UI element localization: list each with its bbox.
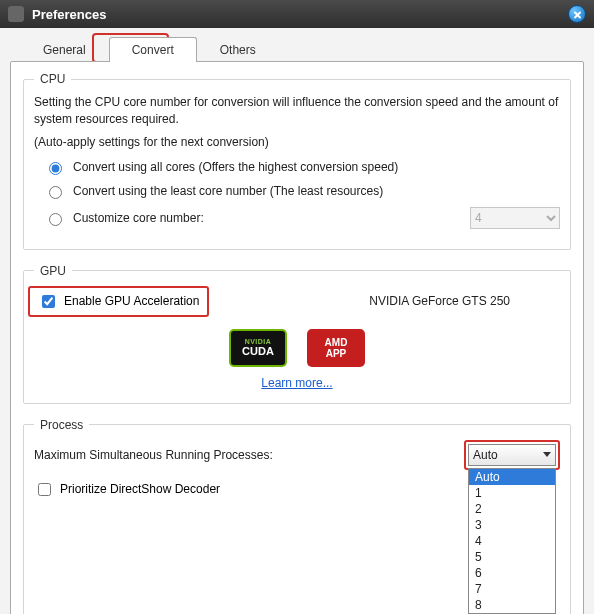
tab-convert[interactable]: Convert	[109, 37, 197, 62]
max-processes-dropdown: Auto 1 2 3 4 5 6 7 8	[468, 468, 556, 614]
dropdown-item-6[interactable]: 6	[469, 565, 555, 581]
checkbox-enable-gpu[interactable]	[42, 295, 55, 308]
dropdown-item-2[interactable]: 2	[469, 501, 555, 517]
cpu-opt-all-cores[interactable]: Convert using all cores (Offers the high…	[44, 159, 560, 175]
cpu-opt-least-cores[interactable]: Convert using the least core number (The…	[44, 183, 560, 199]
cpu-group: CPU Setting the CPU core number for conv…	[23, 72, 571, 250]
cpu-legend: CPU	[34, 72, 71, 86]
dropdown-item-8[interactable]: 8	[469, 597, 555, 613]
cpu-opt-customize: Customize core number: 4	[44, 207, 560, 229]
dropdown-item-3[interactable]: 3	[469, 517, 555, 533]
cpu-description: Setting the CPU core number for conversi…	[34, 94, 560, 129]
radio-customize-label: Customize core number:	[73, 211, 204, 225]
nvidia-cuda-badge: NVIDIA CUDA	[229, 329, 287, 367]
radio-least-cores-label: Convert using the least core number (The…	[73, 184, 383, 198]
tab-bar: General Convert Others	[20, 36, 584, 61]
dropdown-item-5[interactable]: 5	[469, 549, 555, 565]
app-icon	[8, 6, 24, 22]
dropdown-item-auto[interactable]: Auto	[469, 469, 555, 485]
titlebar: Preferences	[0, 0, 594, 28]
tab-panel: CPU Setting the CPU core number for conv…	[10, 61, 584, 614]
max-processes-combo-wrap: Auto Auto 1 2 3 4 5 6 7 8	[464, 440, 560, 470]
tab-general[interactable]: General	[20, 37, 109, 62]
max-processes-value: Auto	[473, 448, 498, 462]
process-legend: Process	[34, 418, 89, 432]
core-number-select[interactable]: 4	[470, 207, 560, 229]
gpu-group: GPU Enable GPU Acceleration NVIDIA GeFor…	[23, 264, 571, 404]
radio-all-cores-label: Convert using all cores (Offers the high…	[73, 160, 398, 174]
gpu-enable-label: Enable GPU Acceleration	[64, 294, 199, 308]
gpu-device-name: NVIDIA GeForce GTS 250	[369, 294, 510, 308]
gpu-learn-more-row: Learn more...	[34, 373, 560, 391]
dropdown-item-4[interactable]: 4	[469, 533, 555, 549]
radio-customize-cores[interactable]	[49, 213, 62, 226]
tab-others[interactable]: Others	[197, 37, 279, 62]
close-button[interactable]	[568, 5, 586, 23]
dropdown-item-1[interactable]: 1	[469, 485, 555, 501]
max-processes-label: Maximum Simultaneous Running Processes:	[34, 448, 464, 462]
max-processes-combo[interactable]: Auto	[468, 444, 556, 466]
directshow-label: Prioritize DirectShow Decoder	[60, 482, 220, 496]
dialog-body: General Convert Others CPU Setting the C…	[0, 28, 594, 614]
gpu-badges: NVIDIA CUDA AMD APP	[34, 329, 560, 367]
process-group: Process Maximum Simultaneous Running Pro…	[23, 418, 571, 614]
dropdown-item-7[interactable]: 7	[469, 581, 555, 597]
gpu-enable-row[interactable]: Enable GPU Acceleration	[28, 286, 209, 317]
cpu-note: (Auto-apply settings for the next conver…	[34, 135, 560, 149]
checkbox-directshow[interactable]	[38, 483, 51, 496]
amd-app-badge: AMD APP	[307, 329, 365, 367]
radio-all-cores[interactable]	[49, 162, 62, 175]
learn-more-link[interactable]: Learn more...	[261, 376, 332, 390]
radio-least-cores[interactable]	[49, 186, 62, 199]
max-processes-row: Maximum Simultaneous Running Processes: …	[34, 440, 560, 470]
chevron-down-icon	[543, 452, 551, 457]
gpu-legend: GPU	[34, 264, 72, 278]
window-title: Preferences	[32, 7, 568, 22]
